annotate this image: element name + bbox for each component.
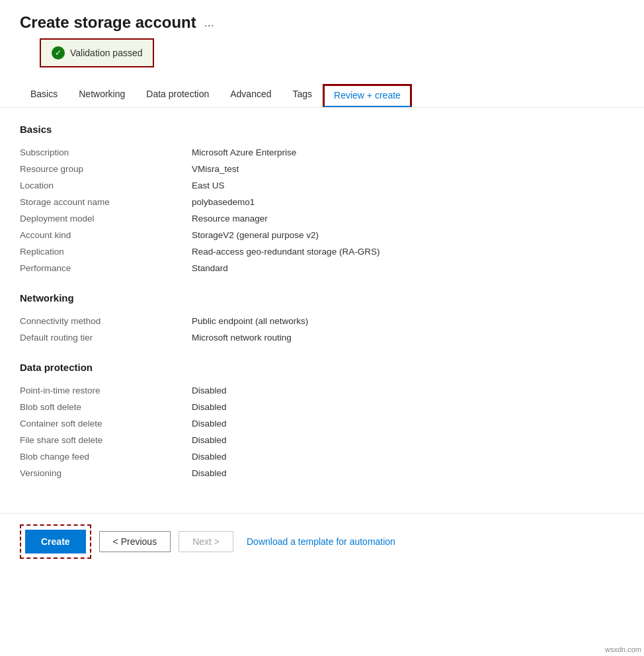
section-data-protection: Data protection Point-in-time restore Di… xyxy=(20,362,624,481)
field-routing-tier-label: Default routing tier xyxy=(20,333,192,343)
field-location-label: Location xyxy=(20,181,192,190)
section-data-protection-title: Data protection xyxy=(20,362,624,373)
field-performance: Performance Standard xyxy=(20,260,624,276)
tab-networking[interactable]: Networking xyxy=(68,83,136,107)
field-blob-change-feed: Blob change feed Disabled xyxy=(20,448,624,465)
create-button-wrapper: Create xyxy=(20,524,91,559)
field-location: Location East US xyxy=(20,177,624,194)
field-replication: Replication Read-access geo-redundant st… xyxy=(20,243,624,260)
field-container-soft-delete-label: Container soft delete xyxy=(20,419,192,429)
field-blob-change-feed-label: Blob change feed xyxy=(20,452,192,462)
validation-banner: ✓ Validation passed xyxy=(40,38,154,67)
field-storage-account-name: Storage account name polybasedemo1 xyxy=(20,194,624,210)
field-account-kind-label: Account kind xyxy=(20,230,192,240)
field-blob-soft-delete-label: Blob soft delete xyxy=(20,402,192,412)
field-routing-tier-value: Microsoft network routing xyxy=(192,333,292,343)
tabs-container: Basics Networking Data protection Advanc… xyxy=(0,75,644,108)
field-performance-label: Performance xyxy=(20,263,192,273)
field-file-share-soft-delete-label: File share soft delete xyxy=(20,435,192,445)
field-point-in-time-label: Point-in-time restore xyxy=(20,386,192,395)
field-file-share-soft-delete: File share soft delete Disabled xyxy=(20,432,624,448)
field-subscription-label: Subscription xyxy=(20,147,192,157)
field-container-soft-delete-value: Disabled xyxy=(192,419,227,429)
field-deployment-model-label: Deployment model xyxy=(20,214,192,224)
watermark: wsxdn.com xyxy=(605,645,641,653)
field-deployment-model: Deployment model Resource manager xyxy=(20,210,624,227)
tab-tags[interactable]: Tags xyxy=(282,83,323,107)
section-basics: Basics Subscription Microsoft Azure Ente… xyxy=(20,124,624,276)
field-performance-value: Standard xyxy=(192,263,228,273)
field-routing-tier: Default routing tier Microsoft network r… xyxy=(20,329,624,346)
footer: Create < Previous Next > Download a temp… xyxy=(0,513,644,569)
validation-check-icon: ✓ xyxy=(52,46,65,60)
field-versioning-label: Versioning xyxy=(20,468,192,478)
validation-text: Validation passed xyxy=(70,48,142,58)
field-replication-label: Replication xyxy=(20,247,192,257)
tab-review-create[interactable]: Review + create xyxy=(323,84,412,107)
field-point-in-time-value: Disabled xyxy=(192,386,227,395)
page-title: Create storage account xyxy=(20,13,196,32)
field-file-share-soft-delete-value: Disabled xyxy=(192,435,227,445)
field-versioning-value: Disabled xyxy=(192,468,227,478)
create-button[interactable]: Create xyxy=(25,530,86,554)
field-deployment-model-value: Resource manager xyxy=(192,214,268,224)
section-networking-title: Networking xyxy=(20,292,624,304)
page-header: Create storage account ... xyxy=(0,0,644,38)
field-account-kind-value: StorageV2 (general purpose v2) xyxy=(192,230,319,240)
ellipsis-menu-icon[interactable]: ... xyxy=(204,16,214,30)
field-resource-group: Resource group VMisra_test xyxy=(20,161,624,177)
content-area: Basics Subscription Microsoft Azure Ente… xyxy=(0,108,644,513)
field-account-kind: Account kind StorageV2 (general purpose … xyxy=(20,227,624,243)
field-location-value: East US xyxy=(192,181,225,190)
field-point-in-time: Point-in-time restore Disabled xyxy=(20,382,624,399)
previous-button[interactable]: < Previous xyxy=(99,531,171,552)
field-resource-group-label: Resource group xyxy=(20,164,192,174)
field-connectivity-method: Connectivity method Public endpoint (all… xyxy=(20,313,624,329)
template-download-link[interactable]: Download a template for automation xyxy=(247,536,395,547)
next-button: Next > xyxy=(179,531,233,552)
section-basics-title: Basics xyxy=(20,124,624,135)
field-connectivity-method-value: Public endpoint (all networks) xyxy=(192,316,308,326)
field-subscription: Subscription Microsoft Azure Enterprise xyxy=(20,144,624,161)
field-storage-account-name-label: Storage account name xyxy=(20,197,192,207)
field-blob-soft-delete-value: Disabled xyxy=(192,402,227,412)
tab-advanced[interactable]: Advanced xyxy=(220,83,282,107)
field-subscription-value: Microsoft Azure Enterprise xyxy=(192,147,296,157)
section-networking: Networking Connectivity method Public en… xyxy=(20,292,624,346)
field-blob-soft-delete: Blob soft delete Disabled xyxy=(20,399,624,415)
page-container: Create storage account ... ✓ Validation … xyxy=(0,0,644,656)
field-container-soft-delete: Container soft delete Disabled xyxy=(20,415,624,432)
field-connectivity-method-label: Connectivity method xyxy=(20,316,192,326)
tab-data-protection[interactable]: Data protection xyxy=(136,83,220,107)
field-storage-account-name-value: polybasedemo1 xyxy=(192,197,255,207)
field-versioning: Versioning Disabled xyxy=(20,465,624,481)
field-replication-value: Read-access geo-redundant storage (RA-GR… xyxy=(192,247,380,257)
field-blob-change-feed-value: Disabled xyxy=(192,452,227,462)
field-resource-group-value: VMisra_test xyxy=(192,164,239,174)
tab-basics[interactable]: Basics xyxy=(20,83,68,107)
